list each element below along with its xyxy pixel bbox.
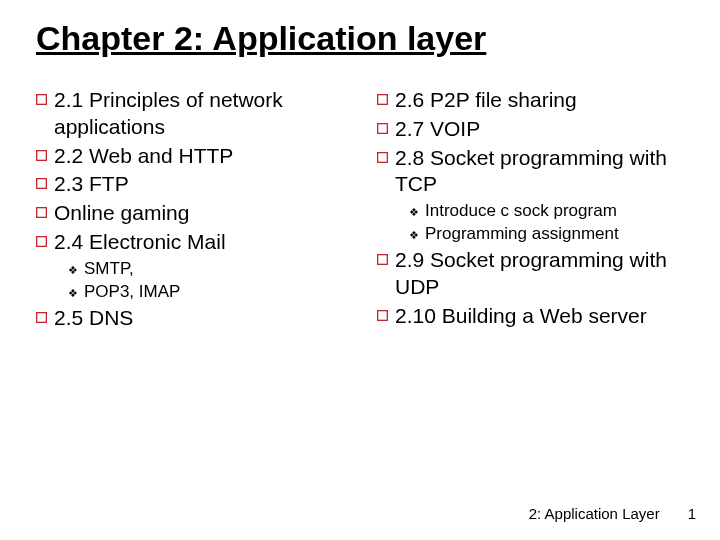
square-bullet-icon [36,94,54,105]
slide-title: Chapter 2: Application layer [36,18,690,59]
square-bullet-icon [377,254,395,265]
list-item: 2.4 Electronic Mail [36,229,349,256]
svg-rect-4 [37,237,47,247]
content-columns: 2.1 Principles of network applications2.… [36,85,690,334]
list-item-text: 2.5 DNS [54,305,349,332]
list-item: 2.10 Building a Web server [377,303,690,330]
footer-label: 2: Application Layer [529,505,660,522]
square-bullet-icon [36,150,54,161]
list-item-text: 2.6 P2P file sharing [395,87,690,114]
diamond-bullet-icon: ❖ [409,228,425,242]
sub-list-item-text: SMTP, [84,258,349,280]
left-column: 2.1 Principles of network applications2.… [36,85,349,334]
svg-rect-9 [378,255,388,265]
sub-list-item: ❖SMTP, [68,258,349,280]
list-item-text: 2.3 FTP [54,171,349,198]
square-bullet-icon [36,178,54,189]
list-item: 2.6 P2P file sharing [377,87,690,114]
list-item-text: 2.10 Building a Web server [395,303,690,330]
svg-rect-0 [37,94,47,104]
list-item: 2.9 Socket programming with UDP [377,247,690,301]
list-item-text: 2.9 Socket programming with UDP [395,247,690,301]
list-item: 2.2 Web and HTTP [36,143,349,170]
square-bullet-icon [377,310,395,321]
list-item: 2.1 Principles of network applications [36,87,349,141]
right-column: 2.6 P2P file sharing2.7 VOIP2.8 Socket p… [377,85,690,334]
list-item: Online gaming [36,200,349,227]
diamond-bullet-icon: ❖ [409,205,425,219]
svg-rect-3 [37,208,47,218]
diamond-bullet-icon: ❖ [68,286,84,300]
svg-rect-8 [378,152,388,162]
list-item-text: 2.7 VOIP [395,116,690,143]
list-item-text: Online gaming [54,200,349,227]
list-item-text: 2.2 Web and HTTP [54,143,349,170]
list-item: 2.8 Socket programming with TCP [377,145,690,199]
list-item-text: 2.8 Socket programming with TCP [395,145,690,199]
square-bullet-icon [36,236,54,247]
sub-list-item: ❖Programming assignment [409,223,690,245]
footer-page-number: 1 [688,505,696,522]
svg-rect-6 [378,94,388,104]
sub-list-item-text: POP3, IMAP [84,281,349,303]
sub-list-item-text: Introduce c sock program [425,200,690,222]
list-item: 2.3 FTP [36,171,349,198]
sub-list-item: ❖POP3, IMAP [68,281,349,303]
square-bullet-icon [36,312,54,323]
svg-rect-5 [37,313,47,323]
svg-rect-10 [378,311,388,321]
square-bullet-icon [377,94,395,105]
slide: Chapter 2: Application layer 2.1 Princip… [0,0,720,540]
list-item: 2.7 VOIP [377,116,690,143]
sub-list-item-text: Programming assignment [425,223,690,245]
square-bullet-icon [377,123,395,134]
list-item-text: 2.1 Principles of network applications [54,87,349,141]
svg-rect-2 [37,179,47,189]
square-bullet-icon [377,152,395,163]
svg-rect-1 [37,150,47,160]
list-item-text: 2.4 Electronic Mail [54,229,349,256]
square-bullet-icon [36,207,54,218]
svg-rect-7 [378,123,388,133]
diamond-bullet-icon: ❖ [68,263,84,277]
slide-footer: 2: Application Layer 1 [529,505,696,522]
list-item: 2.5 DNS [36,305,349,332]
sub-list-item: ❖Introduce c sock program [409,200,690,222]
